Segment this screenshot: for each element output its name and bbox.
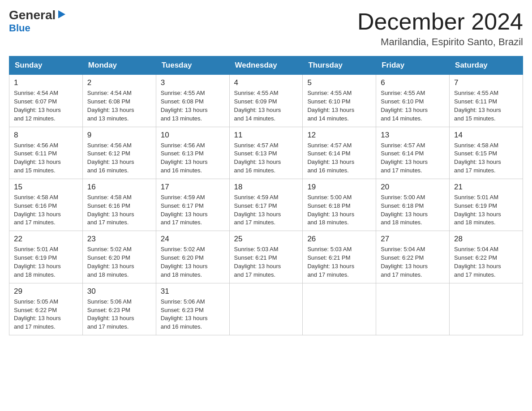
day-info: Sunrise: 5:05 AMSunset: 6:22 PMDaylight:… — [14, 298, 61, 330]
calendar-cell: 16 Sunrise: 4:58 AMSunset: 6:16 PMDaylig… — [82, 179, 156, 231]
day-number: 17 — [161, 183, 225, 192]
weekday-header-saturday: Saturday — [450, 56, 523, 75]
day-info: Sunrise: 5:01 AMSunset: 6:19 PMDaylight:… — [454, 194, 501, 226]
day-number: 10 — [161, 131, 225, 140]
calendar-table: SundayMondayTuesdayWednesdayThursdayFrid… — [9, 56, 523, 335]
calendar-week-row: 1 Sunrise: 4:54 AMSunset: 6:07 PMDayligh… — [9, 75, 523, 127]
calendar-week-row: 22 Sunrise: 5:01 AMSunset: 6:19 PMDaylig… — [9, 231, 523, 283]
day-info: Sunrise: 4:55 AMSunset: 6:09 PMDaylight:… — [234, 90, 281, 122]
svg-marker-0 — [58, 10, 65, 18]
weekday-header-sunday: Sunday — [9, 56, 83, 75]
calendar-cell: 10 Sunrise: 4:56 AMSunset: 6:13 PMDaylig… — [156, 127, 229, 179]
day-info: Sunrise: 5:00 AMSunset: 6:18 PMDaylight:… — [307, 194, 354, 226]
day-info: Sunrise: 5:01 AMSunset: 6:19 PMDaylight:… — [14, 246, 61, 278]
calendar-cell: 20 Sunrise: 5:00 AMSunset: 6:18 PMDaylig… — [376, 179, 450, 231]
weekday-header-wednesday: Wednesday — [229, 56, 303, 75]
day-info: Sunrise: 5:06 AMSunset: 6:23 PMDaylight:… — [161, 298, 208, 330]
logo-blue: Blue — [9, 22, 30, 34]
day-number: 30 — [87, 287, 151, 296]
calendar-cell: 2 Sunrise: 4:54 AMSunset: 6:08 PMDayligh… — [82, 75, 156, 127]
day-info: Sunrise: 5:02 AMSunset: 6:20 PMDaylight:… — [87, 246, 134, 278]
day-number: 15 — [14, 183, 78, 192]
page-header: General Blue December 2024 Marilandia, E… — [9, 9, 523, 48]
day-info: Sunrise: 5:02 AMSunset: 6:20 PMDaylight:… — [161, 246, 208, 278]
weekday-header-thursday: Thursday — [303, 56, 376, 75]
day-number: 20 — [381, 183, 445, 192]
weekday-header-monday: Monday — [82, 56, 156, 75]
day-info: Sunrise: 4:56 AMSunset: 6:13 PMDaylight:… — [161, 142, 208, 174]
calendar-cell: 15 Sunrise: 4:58 AMSunset: 6:16 PMDaylig… — [9, 179, 83, 231]
day-number: 9 — [87, 131, 151, 140]
calendar-cell — [450, 283, 523, 335]
day-info: Sunrise: 4:55 AMSunset: 6:11 PMDaylight:… — [454, 90, 501, 122]
day-info: Sunrise: 5:03 AMSunset: 6:21 PMDaylight:… — [234, 246, 281, 278]
day-info: Sunrise: 4:57 AMSunset: 6:14 PMDaylight:… — [381, 142, 428, 174]
logo-general: General — [9, 9, 56, 21]
day-number: 2 — [87, 78, 151, 87]
day-info: Sunrise: 4:57 AMSunset: 6:14 PMDaylight:… — [307, 142, 354, 174]
day-number: 22 — [14, 235, 78, 244]
day-info: Sunrise: 4:58 AMSunset: 6:15 PMDaylight:… — [454, 142, 501, 174]
day-number: 12 — [307, 131, 371, 140]
day-number: 14 — [454, 131, 518, 140]
day-info: Sunrise: 4:58 AMSunset: 6:16 PMDaylight:… — [87, 194, 134, 226]
day-info: Sunrise: 4:55 AMSunset: 6:08 PMDaylight:… — [161, 90, 208, 122]
calendar-cell: 9 Sunrise: 4:56 AMSunset: 6:12 PMDayligh… — [82, 127, 156, 179]
day-info: Sunrise: 5:00 AMSunset: 6:18 PMDaylight:… — [381, 194, 428, 226]
calendar-week-row: 15 Sunrise: 4:58 AMSunset: 6:16 PMDaylig… — [9, 179, 523, 231]
day-number: 6 — [381, 78, 445, 87]
day-info: Sunrise: 4:58 AMSunset: 6:16 PMDaylight:… — [14, 194, 61, 226]
weekday-header-tuesday: Tuesday — [156, 56, 229, 75]
day-info: Sunrise: 4:55 AMSunset: 6:10 PMDaylight:… — [381, 90, 428, 122]
calendar-cell: 27 Sunrise: 5:04 AMSunset: 6:22 PMDaylig… — [376, 231, 450, 283]
location-title: Marilandia, Espirito Santo, Brazil — [357, 36, 523, 48]
calendar-week-row: 29 Sunrise: 5:05 AMSunset: 6:22 PMDaylig… — [9, 283, 523, 335]
day-number: 21 — [454, 183, 518, 192]
day-number: 28 — [454, 235, 518, 244]
calendar-cell: 3 Sunrise: 4:55 AMSunset: 6:08 PMDayligh… — [156, 75, 229, 127]
day-number: 25 — [234, 235, 298, 244]
logo: General Blue — [9, 9, 66, 34]
calendar-cell: 24 Sunrise: 5:02 AMSunset: 6:20 PMDaylig… — [156, 231, 229, 283]
calendar-cell: 18 Sunrise: 4:59 AMSunset: 6:17 PMDaylig… — [229, 179, 303, 231]
calendar-cell: 13 Sunrise: 4:57 AMSunset: 6:14 PMDaylig… — [376, 127, 450, 179]
day-info: Sunrise: 5:03 AMSunset: 6:21 PMDaylight:… — [307, 246, 354, 278]
day-number: 24 — [161, 235, 225, 244]
weekday-header-friday: Friday — [376, 56, 450, 75]
day-number: 31 — [161, 287, 225, 296]
day-number: 8 — [14, 131, 78, 140]
calendar-cell: 11 Sunrise: 4:57 AMSunset: 6:13 PMDaylig… — [229, 127, 303, 179]
day-number: 3 — [161, 78, 225, 87]
day-info: Sunrise: 5:04 AMSunset: 6:22 PMDaylight:… — [454, 246, 501, 278]
calendar-cell: 19 Sunrise: 5:00 AMSunset: 6:18 PMDaylig… — [303, 179, 376, 231]
calendar-cell: 1 Sunrise: 4:54 AMSunset: 6:07 PMDayligh… — [9, 75, 83, 127]
calendar-cell: 17 Sunrise: 4:59 AMSunset: 6:17 PMDaylig… — [156, 179, 229, 231]
calendar-week-row: 8 Sunrise: 4:56 AMSunset: 6:11 PMDayligh… — [9, 127, 523, 179]
day-number: 4 — [234, 78, 298, 87]
day-number: 23 — [87, 235, 151, 244]
calendar-cell: 7 Sunrise: 4:55 AMSunset: 6:11 PMDayligh… — [450, 75, 523, 127]
day-number: 13 — [381, 131, 445, 140]
day-number: 29 — [14, 287, 78, 296]
calendar-cell: 5 Sunrise: 4:55 AMSunset: 6:10 PMDayligh… — [303, 75, 376, 127]
calendar-cell: 6 Sunrise: 4:55 AMSunset: 6:10 PMDayligh… — [376, 75, 450, 127]
logo-triangle-icon — [56, 9, 66, 19]
calendar-cell: 23 Sunrise: 5:02 AMSunset: 6:20 PMDaylig… — [82, 231, 156, 283]
day-info: Sunrise: 5:06 AMSunset: 6:23 PMDaylight:… — [87, 298, 134, 330]
day-info: Sunrise: 4:57 AMSunset: 6:13 PMDaylight:… — [234, 142, 281, 174]
calendar-cell: 4 Sunrise: 4:55 AMSunset: 6:09 PMDayligh… — [229, 75, 303, 127]
day-number: 19 — [307, 183, 371, 192]
calendar-cell: 21 Sunrise: 5:01 AMSunset: 6:19 PMDaylig… — [450, 179, 523, 231]
day-info: Sunrise: 4:55 AMSunset: 6:10 PMDaylight:… — [307, 90, 354, 122]
day-number: 26 — [307, 235, 371, 244]
calendar-cell: 14 Sunrise: 4:58 AMSunset: 6:15 PMDaylig… — [450, 127, 523, 179]
calendar-cell: 29 Sunrise: 5:05 AMSunset: 6:22 PMDaylig… — [9, 283, 83, 335]
day-number: 16 — [87, 183, 151, 192]
calendar-cell — [303, 283, 376, 335]
day-info: Sunrise: 4:54 AMSunset: 6:07 PMDaylight:… — [14, 90, 61, 122]
day-info: Sunrise: 4:59 AMSunset: 6:17 PMDaylight:… — [234, 194, 281, 226]
day-info: Sunrise: 4:59 AMSunset: 6:17 PMDaylight:… — [161, 194, 208, 226]
day-number: 7 — [454, 78, 518, 87]
day-number: 5 — [307, 78, 371, 87]
day-info: Sunrise: 4:56 AMSunset: 6:11 PMDaylight:… — [14, 142, 61, 174]
